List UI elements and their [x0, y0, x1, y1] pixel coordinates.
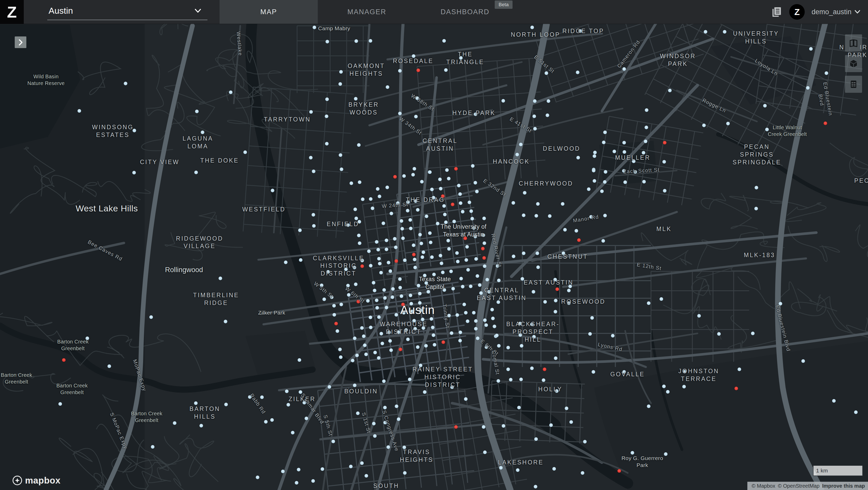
map-marker[interactable]	[412, 54, 415, 58]
map-marker[interactable]	[358, 220, 361, 223]
map-marker[interactable]	[555, 389, 559, 393]
map-marker[interactable]	[291, 431, 294, 434]
map-marker[interactable]	[340, 167, 343, 171]
map-marker[interactable]	[194, 171, 198, 174]
map-marker[interactable]	[483, 318, 487, 322]
map-marker[interactable]	[568, 284, 572, 288]
map-marker-alert[interactable]	[334, 322, 338, 325]
map-marker-alert[interactable]	[454, 167, 458, 171]
map-marker[interactable]	[601, 239, 605, 243]
map-marker[interactable]	[644, 140, 647, 143]
map-marker[interactable]	[409, 302, 413, 305]
map-marker[interactable]	[414, 199, 417, 203]
map-marker[interactable]	[482, 217, 486, 220]
map-marker[interactable]	[383, 421, 387, 424]
map-marker[interactable]	[589, 215, 593, 219]
map-marker[interactable]	[562, 251, 565, 255]
map-marker-alert[interactable]	[451, 203, 455, 206]
map-marker[interactable]	[491, 316, 495, 320]
map-marker[interactable]	[542, 378, 545, 382]
map-marker[interactable]	[553, 278, 557, 281]
map-marker[interactable]	[285, 390, 288, 393]
map-marker[interactable]	[412, 319, 416, 323]
map-marker[interactable]	[471, 164, 474, 168]
map-marker[interactable]	[311, 479, 315, 483]
map-marker-alert[interactable]	[441, 340, 445, 344]
map-marker[interactable]	[201, 130, 204, 134]
map-marker-alert[interactable]	[454, 425, 458, 429]
map-marker[interactable]	[472, 311, 475, 314]
map-marker[interactable]	[603, 130, 607, 134]
map-marker[interactable]	[353, 208, 357, 211]
map-marker[interactable]	[825, 71, 828, 75]
map-marker[interactable]	[536, 202, 540, 206]
map-marker[interactable]	[534, 437, 538, 441]
map-marker[interactable]	[485, 323, 488, 327]
map-marker[interactable]	[521, 277, 524, 281]
map-marker[interactable]	[726, 122, 730, 125]
map-marker[interactable]	[474, 327, 478, 331]
map-marker[interactable]	[376, 187, 379, 191]
map-marker[interactable]	[281, 469, 285, 473]
map-marker[interactable]	[569, 420, 573, 424]
tab-manager[interactable]: MANAGER	[318, 0, 416, 24]
map-marker[interactable]	[328, 385, 331, 389]
map-marker[interactable]	[397, 330, 400, 334]
map-marker[interactable]	[534, 214, 538, 218]
map-marker[interactable]	[664, 452, 668, 456]
map-marker[interactable]	[375, 299, 378, 302]
map-marker[interactable]	[482, 425, 486, 429]
map-marker[interactable]	[360, 326, 364, 330]
map-marker[interactable]	[383, 406, 387, 409]
map-marker[interactable]	[683, 370, 686, 373]
map-marker[interactable]	[224, 403, 228, 406]
map-marker[interactable]	[377, 356, 380, 360]
map-marker[interactable]	[354, 282, 358, 286]
map-marker[interactable]	[389, 269, 392, 273]
map-marker[interactable]	[398, 112, 402, 115]
map-marker-alert[interactable]	[412, 253, 416, 256]
map-marker[interactable]	[423, 390, 427, 394]
map-marker[interactable]	[403, 258, 407, 262]
map-marker[interactable]	[561, 202, 564, 206]
map-marker-alert[interactable]	[617, 469, 621, 473]
map-marker[interactable]	[412, 167, 416, 171]
map-marker[interactable]	[433, 343, 436, 346]
map-marker[interactable]	[397, 418, 400, 421]
map-marker[interactable]	[332, 304, 336, 308]
map-marker-alert[interactable]	[481, 247, 485, 250]
map-marker[interactable]	[647, 404, 650, 408]
map-marker[interactable]	[338, 82, 342, 86]
map-marker[interactable]	[349, 465, 352, 468]
map-marker[interactable]	[593, 154, 596, 158]
map-marker[interactable]	[464, 258, 468, 262]
map-marker[interactable]	[353, 336, 356, 340]
map-marker[interactable]	[286, 403, 290, 406]
map-marker[interactable]	[532, 335, 536, 339]
map-marker[interactable]	[502, 424, 505, 428]
map-marker[interactable]	[532, 290, 535, 294]
map-marker[interactable]	[199, 424, 203, 427]
map-marker[interactable]	[351, 359, 354, 362]
map-marker[interactable]	[381, 221, 385, 225]
map-marker[interactable]	[473, 235, 477, 238]
map-marker[interactable]	[379, 332, 383, 335]
map-marker[interactable]	[352, 266, 356, 269]
map-marker[interactable]	[369, 264, 373, 268]
map-marker[interactable]	[431, 326, 435, 329]
map-marker[interactable]	[320, 283, 323, 287]
map-marker[interactable]	[547, 99, 550, 103]
map-marker[interactable]	[499, 466, 503, 469]
map-marker[interactable]	[468, 201, 471, 204]
map-marker[interactable]	[339, 303, 343, 306]
map-marker[interactable]	[386, 85, 389, 89]
map-marker[interactable]	[369, 197, 373, 201]
map-marker[interactable]	[475, 274, 479, 278]
map-marker[interactable]	[645, 126, 648, 129]
map-marker-alert[interactable]	[356, 300, 360, 303]
map-marker[interactable]	[765, 128, 769, 131]
map-marker[interactable]	[602, 141, 606, 144]
map-marker[interactable]	[339, 70, 343, 74]
map-marker[interactable]	[355, 354, 359, 357]
map-marker[interactable]	[347, 293, 350, 297]
